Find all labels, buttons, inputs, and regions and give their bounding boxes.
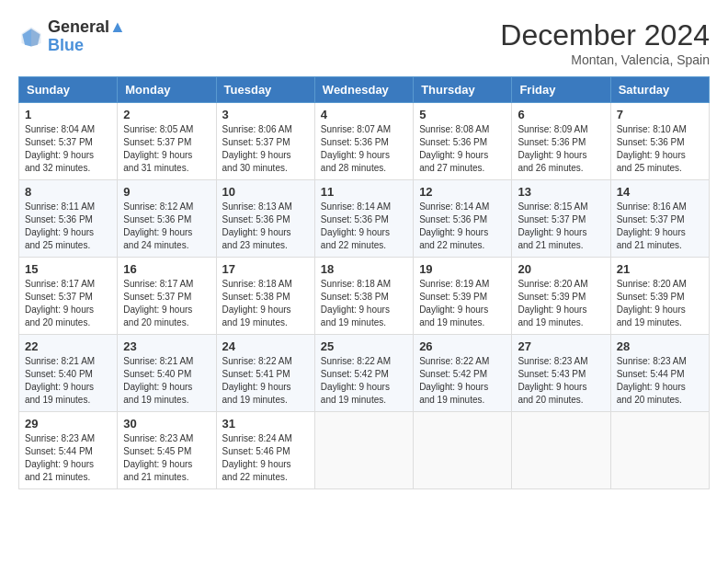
day-number: 10 [222,185,309,199]
calendar-weekday-header: Friday [512,77,610,103]
day-info: Sunrise: 8:05 AM Sunset: 5:37 PM Dayligh… [123,123,210,175]
location: Montan, Valencia, Spain [500,52,710,67]
calendar-weekday-header: Saturday [610,77,709,103]
calendar-header-row: SundayMondayTuesdayWednesdayThursdayFrid… [19,77,710,103]
calendar-day-cell: 23 Sunrise: 8:21 AM Sunset: 5:40 PM Dayl… [118,335,216,412]
day-number: 24 [222,339,309,353]
day-info: Sunrise: 8:19 AM Sunset: 5:39 PM Dayligh… [419,278,506,329]
day-number: 19 [419,262,506,276]
day-info: Sunrise: 8:22 AM Sunset: 5:41 PM Dayligh… [222,355,309,407]
logo-icon [18,24,44,50]
day-info: Sunrise: 8:20 AM Sunset: 5:39 PM Dayligh… [518,278,604,329]
calendar-day-cell: 28 Sunrise: 8:23 AM Sunset: 5:44 PM Dayl… [610,335,709,412]
day-number: 18 [321,262,407,276]
calendar-week-row: 15 Sunrise: 8:17 AM Sunset: 5:37 PM Dayl… [19,258,710,335]
day-info: Sunrise: 8:16 AM Sunset: 5:37 PM Dayligh… [617,201,703,252]
day-info: Sunrise: 8:21 AM Sunset: 5:40 PM Dayligh… [123,355,210,407]
day-info: Sunrise: 8:14 AM Sunset: 5:36 PM Dayligh… [419,201,506,252]
day-info: Sunrise: 8:06 AM Sunset: 5:37 PM Dayligh… [222,123,309,175]
title-block: December 2024 Montan, Valencia, Spain [500,18,710,67]
calendar-week-row: 29 Sunrise: 8:23 AM Sunset: 5:44 PM Dayl… [19,412,710,489]
calendar-day-cell: 10 Sunrise: 8:13 AM Sunset: 5:36 PM Dayl… [216,180,314,258]
day-info: Sunrise: 8:12 AM Sunset: 5:36 PM Dayligh… [123,201,210,252]
day-number: 21 [617,262,703,276]
calendar-day-cell: 3 Sunrise: 8:06 AM Sunset: 5:37 PM Dayli… [216,103,314,180]
day-number: 16 [123,262,210,276]
day-info: Sunrise: 8:15 AM Sunset: 5:37 PM Dayligh… [518,201,604,252]
calendar-weekday-header: Thursday [414,77,512,103]
day-info: Sunrise: 8:23 AM Sunset: 5:45 PM Dayligh… [123,432,210,484]
day-number: 12 [419,185,506,199]
day-number: 17 [222,262,309,276]
day-number: 28 [617,339,703,353]
day-number: 15 [25,262,111,276]
calendar-week-row: 22 Sunrise: 8:21 AM Sunset: 5:40 PM Dayl… [19,335,710,412]
calendar-day-cell: 20 Sunrise: 8:20 AM Sunset: 5:39 PM Dayl… [512,258,610,335]
day-number: 23 [123,339,210,353]
calendar-day-cell: 22 Sunrise: 8:21 AM Sunset: 5:40 PM Dayl… [19,335,118,412]
day-info: Sunrise: 8:21 AM Sunset: 5:40 PM Dayligh… [25,355,111,407]
calendar-day-cell: 25 Sunrise: 8:22 AM Sunset: 5:42 PM Dayl… [314,335,413,412]
calendar-day-cell: 6 Sunrise: 8:09 AM Sunset: 5:36 PM Dayli… [512,103,610,180]
calendar-day-cell [610,412,709,489]
day-number: 13 [518,185,604,199]
day-number: 30 [123,417,210,431]
calendar-day-cell: 31 Sunrise: 8:24 AM Sunset: 5:46 PM Dayl… [216,412,314,489]
day-number: 31 [222,417,309,431]
day-info: Sunrise: 8:22 AM Sunset: 5:42 PM Dayligh… [419,355,506,407]
calendar-day-cell: 2 Sunrise: 8:05 AM Sunset: 5:37 PM Dayli… [118,103,216,180]
calendar-day-cell: 1 Sunrise: 8:04 AM Sunset: 5:37 PM Dayli… [19,103,118,180]
day-info: Sunrise: 8:18 AM Sunset: 5:38 PM Dayligh… [222,278,309,329]
calendar-day-cell: 14 Sunrise: 8:16 AM Sunset: 5:37 PM Dayl… [610,180,709,258]
calendar-weekday-header: Sunday [19,77,118,103]
calendar-day-cell: 7 Sunrise: 8:10 AM Sunset: 5:36 PM Dayli… [610,103,709,180]
day-info: Sunrise: 8:18 AM Sunset: 5:38 PM Dayligh… [321,278,407,329]
calendar-day-cell: 12 Sunrise: 8:14 AM Sunset: 5:36 PM Dayl… [414,180,512,258]
calendar-day-cell: 13 Sunrise: 8:15 AM Sunset: 5:37 PM Dayl… [512,180,610,258]
day-number: 1 [25,108,111,121]
day-number: 27 [518,339,604,353]
day-number: 4 [321,108,407,121]
calendar-day-cell: 4 Sunrise: 8:07 AM Sunset: 5:36 PM Dayli… [314,103,413,180]
calendar-weekday-header: Tuesday [216,77,314,103]
day-number: 26 [419,339,506,353]
day-number: 8 [25,185,111,199]
calendar-day-cell: 18 Sunrise: 8:18 AM Sunset: 5:38 PM Dayl… [314,258,413,335]
calendar-day-cell: 19 Sunrise: 8:19 AM Sunset: 5:39 PM Dayl… [414,258,512,335]
calendar-week-row: 1 Sunrise: 8:04 AM Sunset: 5:37 PM Dayli… [19,103,710,180]
day-number: 11 [321,185,407,199]
day-info: Sunrise: 8:09 AM Sunset: 5:36 PM Dayligh… [518,123,604,175]
day-number: 25 [321,339,407,353]
calendar-week-row: 8 Sunrise: 8:11 AM Sunset: 5:36 PM Dayli… [19,180,710,258]
day-number: 6 [518,108,604,121]
calendar-day-cell: 24 Sunrise: 8:22 AM Sunset: 5:41 PM Dayl… [216,335,314,412]
calendar-weekday-header: Monday [118,77,216,103]
calendar-day-cell: 27 Sunrise: 8:23 AM Sunset: 5:43 PM Dayl… [512,335,610,412]
day-info: Sunrise: 8:04 AM Sunset: 5:37 PM Dayligh… [25,123,111,175]
logo-text: General▲ Blue [48,18,126,55]
calendar-day-cell [414,412,512,489]
calendar-day-cell: 8 Sunrise: 8:11 AM Sunset: 5:36 PM Dayli… [19,180,118,258]
calendar-day-cell: 21 Sunrise: 8:20 AM Sunset: 5:39 PM Dayl… [610,258,709,335]
day-number: 20 [518,262,604,276]
day-info: Sunrise: 8:07 AM Sunset: 5:36 PM Dayligh… [321,123,407,175]
day-info: Sunrise: 8:20 AM Sunset: 5:39 PM Dayligh… [617,278,703,329]
day-info: Sunrise: 8:08 AM Sunset: 5:36 PM Dayligh… [419,123,506,175]
day-info: Sunrise: 8:22 AM Sunset: 5:42 PM Dayligh… [321,355,407,407]
day-info: Sunrise: 8:11 AM Sunset: 5:36 PM Dayligh… [25,201,111,252]
calendar-weekday-header: Wednesday [314,77,413,103]
day-number: 7 [617,108,703,121]
calendar-day-cell: 16 Sunrise: 8:17 AM Sunset: 5:37 PM Dayl… [118,258,216,335]
day-number: 22 [25,339,111,353]
day-info: Sunrise: 8:14 AM Sunset: 5:36 PM Dayligh… [321,201,407,252]
calendar-day-cell: 15 Sunrise: 8:17 AM Sunset: 5:37 PM Dayl… [19,258,118,335]
day-info: Sunrise: 8:13 AM Sunset: 5:36 PM Dayligh… [222,201,309,252]
day-number: 29 [25,417,111,431]
day-info: Sunrise: 8:23 AM Sunset: 5:43 PM Dayligh… [518,355,604,407]
day-info: Sunrise: 8:24 AM Sunset: 5:46 PM Dayligh… [222,432,309,484]
calendar-day-cell: 26 Sunrise: 8:22 AM Sunset: 5:42 PM Dayl… [414,335,512,412]
calendar-day-cell: 11 Sunrise: 8:14 AM Sunset: 5:36 PM Dayl… [314,180,413,258]
day-info: Sunrise: 8:17 AM Sunset: 5:37 PM Dayligh… [123,278,210,329]
logo: General▲ Blue [18,18,126,55]
day-number: 14 [617,185,703,199]
